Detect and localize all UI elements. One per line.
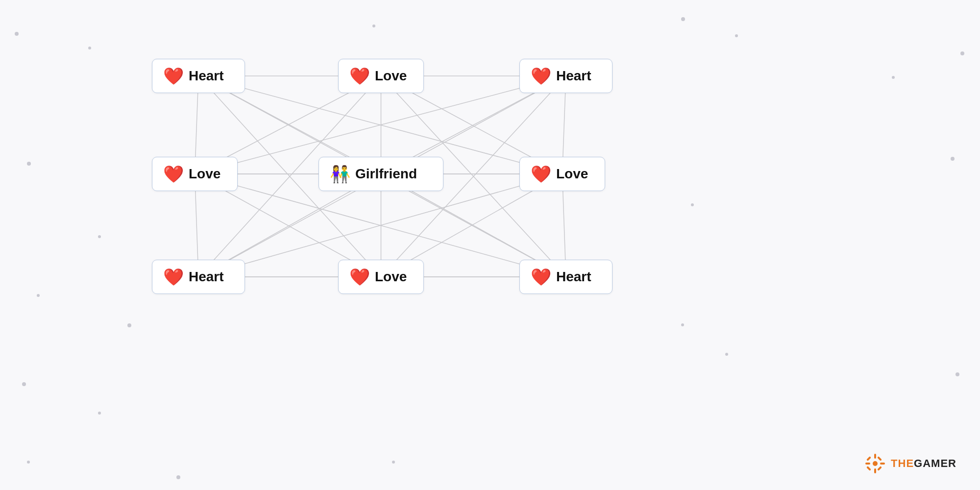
brand-logo: THEGAMER bbox=[864, 453, 956, 474]
svg-rect-3 bbox=[865, 463, 870, 465]
decorative-dot bbox=[27, 162, 31, 166]
graph-node-n7[interactable]: ❤️Heart bbox=[152, 260, 245, 294]
node-emoji: ❤️ bbox=[163, 269, 184, 285]
brand-icon bbox=[864, 453, 886, 474]
decorative-dot bbox=[127, 323, 131, 327]
decorative-dot bbox=[98, 412, 101, 415]
node-label: Love bbox=[556, 166, 588, 182]
svg-rect-7 bbox=[866, 466, 871, 471]
svg-rect-4 bbox=[880, 463, 885, 465]
node-emoji: ❤️ bbox=[163, 166, 184, 182]
node-emoji: ❤️ bbox=[163, 68, 184, 84]
node-emoji: ❤️ bbox=[531, 166, 551, 182]
decorative-dot bbox=[15, 32, 19, 36]
node-emoji: ❤️ bbox=[349, 68, 370, 84]
svg-rect-8 bbox=[877, 466, 882, 471]
node-label: Heart bbox=[189, 269, 224, 285]
graph-node-n5[interactable]: 👫Girlfriend bbox=[318, 157, 443, 191]
node-label: Love bbox=[189, 166, 220, 182]
node-label: Love bbox=[375, 269, 407, 285]
svg-rect-6 bbox=[877, 456, 882, 461]
graph-node-n1[interactable]: ❤️Heart bbox=[152, 59, 245, 93]
node-emoji: ❤️ bbox=[531, 68, 551, 84]
decorative-dot bbox=[27, 461, 30, 464]
node-label: Heart bbox=[556, 269, 591, 285]
svg-rect-2 bbox=[874, 468, 876, 473]
graph-node-n2[interactable]: ❤️Love bbox=[338, 59, 424, 93]
decorative-dot bbox=[681, 17, 685, 21]
svg-rect-1 bbox=[874, 454, 876, 459]
svg-rect-5 bbox=[866, 456, 871, 461]
decorative-dot bbox=[892, 76, 895, 79]
graph-node-n6[interactable]: ❤️Love bbox=[519, 157, 605, 191]
decorative-dot bbox=[681, 323, 684, 326]
svg-point-0 bbox=[873, 461, 878, 466]
decorative-dot bbox=[735, 34, 738, 37]
decorative-dot bbox=[88, 47, 91, 49]
decorative-dot bbox=[37, 294, 40, 297]
node-label: Girlfriend bbox=[355, 166, 417, 182]
node-emoji: 👫 bbox=[330, 166, 350, 182]
decorative-dot bbox=[725, 353, 728, 356]
brand-name: THEGAMER bbox=[891, 457, 956, 470]
decorative-dot bbox=[98, 235, 101, 238]
decorative-dot bbox=[691, 203, 694, 206]
graph-node-n3[interactable]: ❤️Heart bbox=[519, 59, 612, 93]
decorative-dot bbox=[22, 382, 26, 386]
node-label: Heart bbox=[556, 68, 591, 84]
decorative-dot bbox=[392, 461, 395, 464]
decorative-dot bbox=[176, 475, 180, 479]
node-label: Love bbox=[375, 68, 407, 84]
decorative-dot bbox=[372, 24, 375, 27]
node-emoji: ❤️ bbox=[349, 269, 370, 285]
decorative-dot bbox=[951, 157, 955, 161]
graph-node-n4[interactable]: ❤️Love bbox=[152, 157, 238, 191]
graph-node-n9[interactable]: ❤️Heart bbox=[519, 260, 612, 294]
node-label: Heart bbox=[189, 68, 224, 84]
decorative-dot bbox=[960, 51, 964, 55]
decorative-dot bbox=[956, 372, 959, 376]
graph-node-n8[interactable]: ❤️Love bbox=[338, 260, 424, 294]
node-emoji: ❤️ bbox=[531, 269, 551, 285]
